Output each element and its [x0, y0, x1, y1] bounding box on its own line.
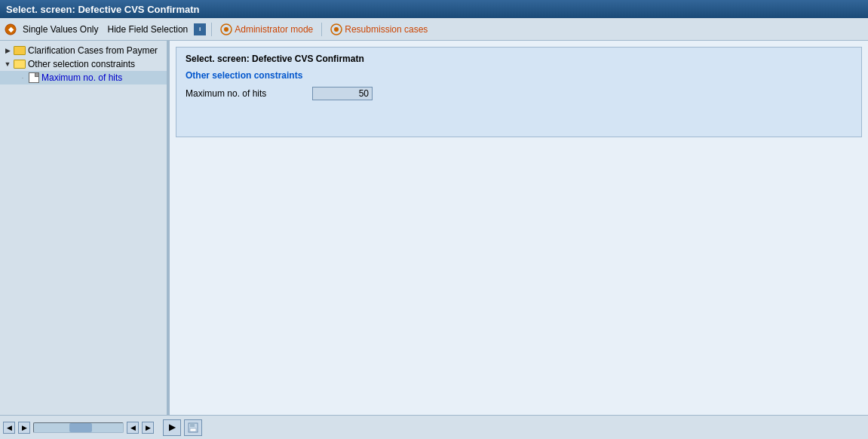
tree-arrow-clarification: ▶ — [3, 46, 12, 55]
separator-1 — [211, 23, 212, 36]
tree-label-clarification: Clarification Cases from Paymer — [28, 45, 158, 56]
single-values-label: Single Values Only — [23, 24, 99, 35]
tree-panel: ▶ Clarification Cases from Paymer ▼ Othe… — [0, 41, 170, 415]
save-icon — [188, 422, 198, 433]
content-title: Select. screen: Defective CVS Confirmatn — [186, 54, 852, 64]
scroll-left-button[interactable]: ◀ — [3, 422, 15, 434]
scroll-nav-left[interactable]: ◀ — [127, 422, 139, 434]
folder-icon-clarification — [14, 46, 26, 55]
admin-mode-icon — [220, 23, 232, 35]
scroll-track[interactable] — [33, 422, 124, 433]
scroll-thumb — [69, 423, 92, 432]
svg-rect-7 — [190, 423, 195, 427]
panel-divider[interactable] — [167, 41, 169, 415]
play-button[interactable]: ▶ — [163, 419, 181, 436]
tree-item-other-selection[interactable]: ▼ Other selection constraints — [0, 57, 169, 71]
admin-mode-label: Administrator mode — [235, 24, 313, 35]
max-hits-label: Maximum no. of hits — [186, 88, 306, 99]
resubmission-label: Resubmission cases — [345, 24, 428, 35]
main-content: ▶ Clarification Cases from Paymer ▼ Othe… — [0, 41, 868, 415]
single-values-button[interactable]: Single Values Only — [20, 23, 102, 36]
save-button[interactable] — [184, 419, 202, 436]
resubmission-icon — [330, 23, 342, 35]
content-box: Select. screen: Defective CVS Confirmatn… — [176, 47, 862, 137]
scroll-nav-right[interactable]: ▶ — [142, 422, 154, 434]
hide-field-label: Hide Field Selection — [108, 24, 189, 35]
grid-icon[interactable]: i — [194, 23, 206, 35]
svg-text:◆: ◆ — [8, 26, 14, 33]
max-hits-row: Maximum no. of hits — [186, 87, 852, 100]
tree-label-other-selection: Other selection constraints — [28, 59, 135, 69]
resubmission-button[interactable]: Resubmission cases — [327, 22, 431, 37]
tree-arrow-other: ▼ — [3, 60, 12, 69]
status-bar: ◀ ▶ ◀ ▶ ▶ — [0, 415, 868, 439]
folder-icon-other — [14, 60, 26, 69]
toolbar: ◆ Single Values Only Hide Field Selectio… — [0, 18, 868, 41]
doc-icon-max-hits — [29, 72, 39, 83]
tree-label-max-hits: Maximum no. of hits — [41, 72, 122, 83]
tree-arrow-max-hits: · — [18, 73, 27, 82]
single-values-icon: ◆ — [5, 23, 17, 35]
tree-item-clarification[interactable]: ▶ Clarification Cases from Paymer — [0, 44, 169, 57]
svg-point-5 — [334, 27, 339, 32]
hide-field-button[interactable]: Hide Field Selection — [105, 23, 192, 36]
play-icon: ▶ — [169, 422, 175, 432]
svg-point-3 — [224, 27, 229, 32]
tree-item-max-hits[interactable]: · Maximum no. of hits — [0, 71, 169, 84]
max-hits-input[interactable] — [312, 87, 373, 100]
separator-2 — [321, 23, 322, 36]
title-text: Select. screen: Defective CVS Confirmatn — [6, 4, 199, 15]
svg-rect-8 — [190, 428, 196, 431]
content-panel: Select. screen: Defective CVS Confirmatn… — [170, 41, 868, 415]
title-bar: Select. screen: Defective CVS Confirmatn — [0, 0, 868, 18]
admin-mode-button[interactable]: Administrator mode — [217, 22, 316, 37]
section-header: Other selection constraints — [186, 70, 852, 81]
scroll-right-prev[interactable]: ▶ — [18, 422, 30, 434]
